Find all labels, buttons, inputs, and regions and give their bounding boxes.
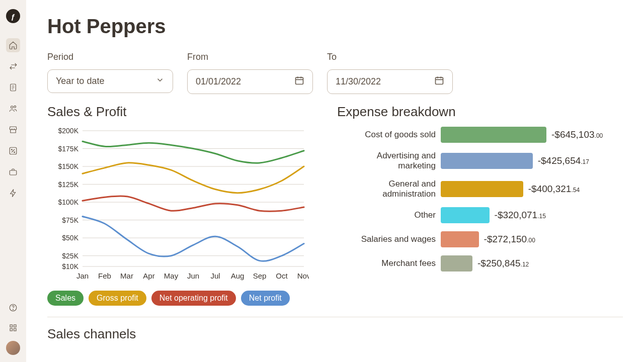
- main-content: Hot Peppers Period Year to date From 01/…: [26, 0, 644, 362]
- filter-label-period: Period: [47, 52, 173, 62]
- expense-row: Cost of goods sold-$645,103.00: [337, 127, 623, 143]
- calendar-icon: [294, 75, 304, 88]
- sidebar: ƒ: [0, 0, 26, 362]
- help-icon[interactable]: [6, 301, 20, 315]
- svg-rect-6: [10, 170, 17, 175]
- svg-text:Sep: Sep: [253, 272, 267, 280]
- filter-to: To 11/30/2022: [327, 52, 453, 94]
- filter-period: Period Year to date: [47, 52, 173, 94]
- expense-list: Cost of goods sold-$645,103.00Advertisin…: [337, 127, 623, 272]
- app-logo[interactable]: ƒ: [6, 9, 20, 23]
- briefcase-icon[interactable]: [6, 165, 20, 179]
- svg-text:Jul: Jul: [210, 272, 220, 280]
- people-icon[interactable]: [6, 102, 20, 116]
- percent-icon[interactable]: [6, 144, 20, 158]
- svg-point-2: [14, 106, 16, 108]
- expense-bar: [441, 255, 472, 272]
- line-chart-svg: $200K$175K$150K$125K$100K$75K$50K$25K$10…: [47, 126, 309, 282]
- svg-text:$10K: $10K: [62, 262, 78, 270]
- filters: Period Year to date From 01/01/2022 To 1…: [47, 52, 623, 94]
- expense-bar: [441, 231, 479, 247]
- period-select[interactable]: Year to date: [47, 69, 173, 93]
- avatar[interactable]: [6, 341, 20, 355]
- svg-text:Jan: Jan: [76, 272, 89, 280]
- legend-pill[interactable]: Sales: [47, 291, 84, 306]
- expense-row: Advertising and marketing-$425,654.17: [337, 151, 623, 171]
- expense-bar: [441, 207, 490, 223]
- svg-rect-9: [10, 325, 13, 327]
- filter-from: From 01/01/2022: [187, 52, 313, 94]
- svg-text:$150K: $150K: [58, 162, 79, 170]
- filter-label-from: From: [187, 52, 313, 62]
- svg-rect-14: [436, 77, 443, 84]
- svg-text:Apr: Apr: [143, 272, 154, 280]
- svg-text:$25K: $25K: [62, 252, 78, 260]
- svg-point-1: [11, 106, 14, 109]
- from-date-input[interactable]: 01/01/2022: [187, 69, 313, 94]
- nav-icons: [6, 38, 20, 200]
- svg-text:$175K: $175K: [58, 145, 79, 153]
- expense-label: Other: [337, 210, 436, 220]
- expense-bar: [441, 153, 533, 169]
- svg-point-4: [11, 149, 12, 150]
- expense-label: Advertising and marketing: [337, 151, 436, 171]
- svg-text:Oct: Oct: [276, 272, 288, 280]
- svg-text:Nov: Nov: [297, 272, 309, 280]
- receipt-icon[interactable]: [6, 80, 20, 95]
- chart-legend: SalesGross profitNet operating profitNet…: [47, 291, 309, 306]
- svg-text:$75K: $75K: [62, 216, 78, 224]
- svg-rect-12: [14, 329, 17, 331]
- expense-bar: [441, 127, 546, 143]
- chevron-down-icon: [155, 75, 165, 87]
- sales-profit-panel: Sales & Profit $200K$175K$150K$125K$100K…: [47, 104, 309, 306]
- expense-title: Expense breakdown: [337, 104, 623, 120]
- transfer-icon[interactable]: [6, 59, 20, 73]
- expense-label: Merchant fees: [337, 258, 436, 268]
- store-icon[interactable]: [6, 123, 20, 137]
- expense-value: -$425,654.17: [538, 155, 589, 166]
- expense-label: Cost of goods sold: [337, 130, 436, 140]
- from-value: 01/01/2022: [196, 76, 241, 87]
- sales-profit-chart: $200K$175K$150K$125K$100K$75K$50K$25K$10…: [47, 126, 309, 284]
- page-title: Hot Peppers: [47, 15, 623, 38]
- expense-row: General and administration-$400,321.54: [337, 179, 623, 199]
- svg-text:May: May: [164, 272, 179, 280]
- expense-value: -$400,321.54: [528, 184, 580, 195]
- bolt-icon[interactable]: [6, 186, 20, 200]
- svg-text:Feb: Feb: [98, 272, 111, 280]
- svg-text:$100K: $100K: [58, 198, 79, 206]
- legend-pill[interactable]: Gross profit: [89, 291, 146, 306]
- svg-text:$50K: $50K: [62, 234, 78, 242]
- expense-row: Merchant fees-$250,845.12: [337, 255, 623, 272]
- expense-panel: Expense breakdown Cost of goods sold-$64…: [337, 104, 623, 306]
- expense-label: General and administration: [337, 179, 436, 199]
- svg-point-5: [14, 152, 15, 153]
- svg-rect-11: [10, 329, 13, 331]
- filter-label-to: To: [327, 52, 453, 62]
- svg-point-8: [13, 309, 13, 310]
- divider: [47, 317, 623, 317]
- period-value: Year to date: [56, 76, 104, 86]
- grid-icon[interactable]: [6, 321, 20, 335]
- to-value: 11/30/2022: [336, 76, 381, 87]
- expense-value: -$320,071.15: [495, 210, 546, 221]
- sales-channels-title: Sales channels: [47, 326, 623, 342]
- svg-text:Jun: Jun: [187, 272, 199, 280]
- expense-value: -$645,103.00: [551, 129, 603, 140]
- calendar-icon: [434, 75, 444, 88]
- sales-profit-title: Sales & Profit: [47, 104, 309, 120]
- home-icon[interactable]: [6, 38, 20, 52]
- legend-pill[interactable]: Net profit: [241, 291, 290, 306]
- svg-rect-13: [296, 77, 303, 84]
- svg-text:$200K: $200K: [58, 127, 79, 135]
- expense-row: Salaries and wages-$272,150.00: [337, 231, 623, 247]
- svg-rect-10: [14, 325, 17, 327]
- svg-text:$125K: $125K: [58, 180, 79, 189]
- expense-bar: [441, 181, 523, 197]
- expense-label: Salaries and wages: [337, 234, 436, 244]
- expense-value: -$272,150.00: [484, 234, 535, 245]
- legend-pill[interactable]: Net operating profit: [151, 291, 236, 306]
- expense-row: Other-$320,071.15: [337, 207, 623, 223]
- to-date-input[interactable]: 11/30/2022: [327, 69, 453, 94]
- expense-value: -$250,845.12: [477, 258, 529, 269]
